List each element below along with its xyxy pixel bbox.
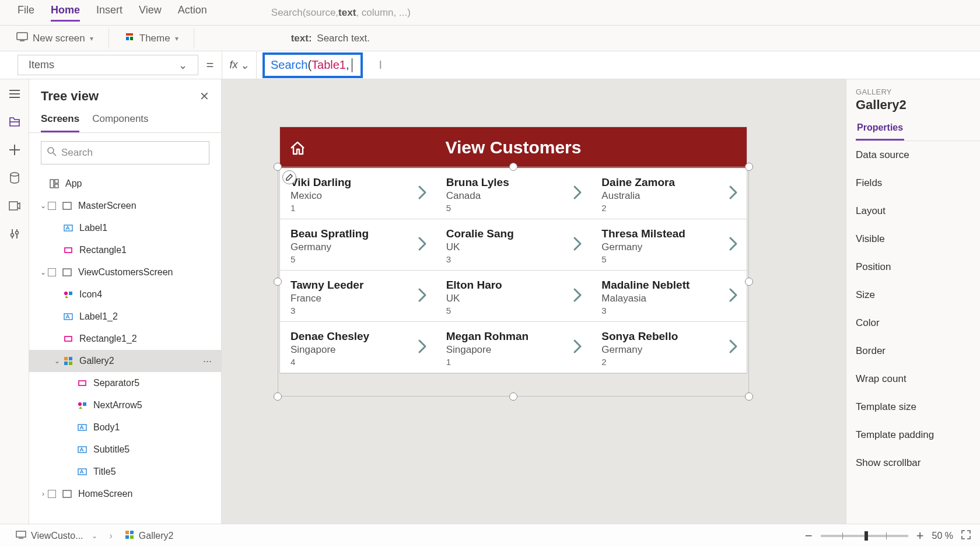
tree-node[interactable]: App [29, 173, 221, 195]
next-arrow-icon[interactable] [728, 236, 740, 252]
gallery-item[interactable]: Beau SpratlingGermany5 [280, 219, 436, 270]
gallery-item[interactable]: Viki DarlingMexico1 [280, 168, 436, 219]
tree-tab-components[interactable]: Components [92, 113, 148, 132]
tree-node[interactable]: Rectangle1 [29, 239, 221, 261]
tree-tab-screens[interactable]: Screens [41, 113, 79, 132]
chevron-icon[interactable]: › [38, 490, 48, 498]
prop-tab-properties[interactable]: Properties [856, 122, 904, 141]
zoom-slider[interactable] [821, 535, 908, 537]
tree-node-label: Subtitle5 [93, 444, 215, 455]
prop-row[interactable]: Template padding [856, 421, 980, 449]
menu-tab-view[interactable]: View [139, 4, 162, 22]
checkbox-icon[interactable] [48, 202, 56, 210]
advanced-tools-icon[interactable] [8, 227, 21, 240]
zoom-out-button[interactable]: − [805, 528, 813, 544]
tree-node[interactable]: ⌄MasterScreen [29, 195, 221, 217]
gallery-item[interactable]: Tawny LeederFrance3 [280, 271, 436, 321]
breadcrumb-control[interactable]: Gallery2 [118, 528, 180, 544]
tree-node[interactable]: ⌄Gallery2··· [29, 350, 221, 372]
gallery-item[interactable]: Elton HaroUK5 [436, 271, 592, 321]
tree-node[interactable]: Body1 [29, 416, 221, 439]
tree-node[interactable]: Icon4 [29, 283, 221, 306]
prop-row[interactable]: Color [856, 309, 980, 337]
home-icon[interactable] [280, 138, 315, 157]
chevron-icon[interactable]: ⌄ [52, 357, 62, 365]
tree-node[interactable]: ⌄ViewCustomersScreen [29, 261, 221, 283]
next-arrow-icon[interactable] [572, 184, 584, 201]
next-arrow-icon[interactable] [417, 184, 429, 201]
selection-handle[interactable] [745, 392, 753, 401]
next-arrow-icon[interactable] [728, 338, 740, 355]
zoom-slider-thumb[interactable] [864, 531, 868, 541]
tree-node[interactable]: Title5 [29, 461, 221, 483]
prop-row[interactable]: Visible [856, 225, 980, 253]
next-arrow-icon[interactable] [417, 338, 429, 355]
gallery-item[interactable]: Coralie SangUK3 [436, 219, 592, 270]
tree-node[interactable]: ›HomeScreen [29, 483, 221, 505]
prop-row[interactable]: Fields [856, 169, 980, 197]
tree-node[interactable]: Subtitle5 [29, 439, 221, 461]
prop-row[interactable]: Show scrollbar [856, 449, 980, 477]
menu-tab-file[interactable]: File [18, 4, 34, 22]
gallery-item[interactable]: Thresa MilsteadGermany5 [591, 219, 747, 270]
fit-to-window-icon[interactable] [961, 530, 971, 542]
next-arrow-icon[interactable] [728, 184, 740, 201]
theme-button[interactable]: Theme ▾ [124, 31, 178, 45]
fx-button[interactable]: fx ⌄ [222, 51, 257, 79]
tree-search-input[interactable]: Search [41, 141, 209, 164]
next-arrow-icon[interactable] [417, 236, 429, 252]
chevron-icon[interactable]: ⌄ [38, 202, 48, 210]
zoom-in-button[interactable]: + [916, 528, 924, 544]
gallery-item[interactable]: Bruna LylesCanada5 [436, 168, 592, 219]
selection-handle[interactable] [509, 392, 517, 401]
selection-handle[interactable] [274, 392, 282, 401]
new-screen-button[interactable]: New screen ▾ [16, 32, 93, 44]
prop-row[interactable]: Data source [856, 141, 980, 169]
hamburger-icon[interactable] [8, 87, 21, 100]
menu-tab-action[interactable]: Action [178, 4, 207, 22]
prop-row[interactable]: Wrap count [856, 365, 980, 393]
property-selector[interactable]: Items ⌄ [18, 55, 198, 75]
tree-node-label: Rectangle1 [79, 245, 215, 255]
next-arrow-icon[interactable] [572, 236, 584, 252]
more-icon[interactable]: ··· [200, 355, 215, 367]
insert-icon[interactable] [8, 143, 21, 156]
menu-tab-home[interactable]: Home [51, 4, 80, 22]
gallery-item[interactable]: Megan RohmanSingapore1 [436, 322, 592, 373]
gallery-item[interactable]: Denae ChesleySingapore4 [280, 322, 436, 373]
tree-node-label: App [65, 178, 215, 189]
canvas[interactable]: View Customers Viki DarlingMexico1Bruna … [222, 79, 846, 524]
next-arrow-icon[interactable] [417, 287, 429, 303]
next-arrow-icon[interactable] [572, 338, 584, 355]
checkbox-icon[interactable] [48, 490, 56, 498]
prop-row[interactable]: Layout [856, 197, 980, 225]
edit-pencil-icon[interactable] [282, 170, 296, 184]
tree-node[interactable]: Rectangle1_2 [29, 328, 221, 350]
gallery-item[interactable]: Sonya RebelloGermany2 [591, 322, 747, 373]
checkbox-icon[interactable] [48, 268, 56, 276]
prop-row[interactable]: Position [856, 253, 980, 281]
next-arrow-icon[interactable] [572, 287, 584, 303]
rect-icon [62, 334, 75, 343]
tree-node[interactable]: Label1 [29, 217, 221, 239]
gallery-item[interactable]: Daine ZamoraAustralia2 [591, 168, 747, 219]
prop-row[interactable]: Border [856, 337, 980, 365]
tree-node[interactable]: Separator5 [29, 372, 221, 394]
close-icon[interactable]: ✕ [200, 89, 209, 103]
item-subtitle: Mexico [290, 190, 425, 202]
formula-input[interactable]: Search(Table1, I [257, 51, 980, 79]
zoom-controls: − + 50 % [805, 528, 971, 544]
prop-row[interactable]: Template size [856, 393, 980, 421]
next-arrow-icon[interactable] [728, 287, 740, 303]
breadcrumb-screen[interactable]: ViewCusto... ⌄ [9, 529, 104, 543]
media-icon[interactable] [8, 199, 21, 212]
chevron-icon[interactable]: ⌄ [38, 268, 48, 276]
data-icon[interactable] [8, 171, 21, 184]
gallery-control[interactable]: Viki DarlingMexico1Bruna LylesCanada5Dai… [280, 168, 747, 373]
tree-view-icon[interactable] [8, 115, 21, 128]
gallery-item[interactable]: Madaline NeblettMalayasia3 [591, 271, 747, 321]
menu-tab-insert[interactable]: Insert [96, 4, 123, 22]
tree-node[interactable]: Label1_2 [29, 306, 221, 328]
prop-row[interactable]: Size [856, 281, 980, 309]
tree-node[interactable]: NextArrow5 [29, 394, 221, 416]
